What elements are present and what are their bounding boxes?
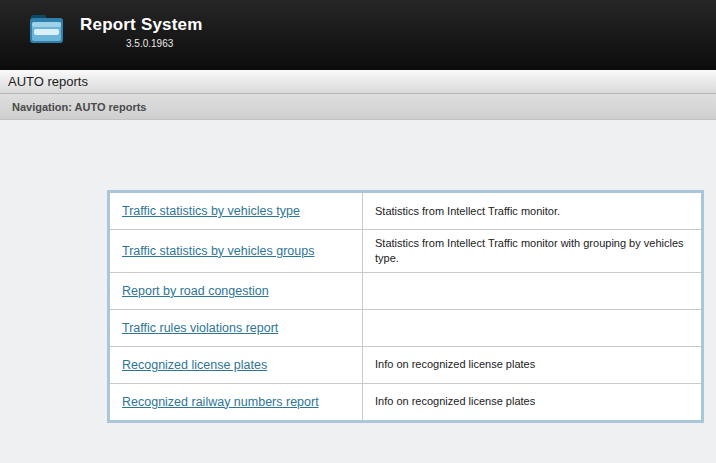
- section-bar: AUTO reports: [0, 70, 716, 94]
- report-description-cell: [363, 310, 701, 346]
- table-row: Traffic statistics by vehicles groups St…: [110, 230, 701, 273]
- report-link-cell: Report by road congestion: [110, 273, 363, 309]
- table-row: Recognized railway numbers report Info o…: [110, 384, 701, 420]
- title-block: Report System 3.5.0.1963: [80, 9, 203, 49]
- table-row: Traffic statistics by vehicles type Stat…: [110, 193, 701, 230]
- breadcrumb-label: Navigation: AUTO reports: [12, 101, 146, 113]
- content-area: Traffic statistics by vehicles type Stat…: [0, 120, 716, 423]
- report-description-cell: Statistics from Intellect Traffic monito…: [363, 230, 701, 272]
- report-link[interactable]: Recognized license plates: [122, 358, 267, 372]
- report-description-cell: Info on recognized license plates: [363, 347, 701, 383]
- app-header: Report System 3.5.0.1963: [0, 0, 716, 70]
- report-description: Statistics from Intellect Traffic monito…: [375, 204, 560, 219]
- app-title: Report System: [80, 15, 203, 35]
- app-version: 3.5.0.1963: [126, 38, 203, 49]
- report-description-cell: Statistics from Intellect Traffic monito…: [363, 193, 701, 229]
- report-link[interactable]: Recognized railway numbers report: [122, 395, 319, 409]
- breadcrumb: Navigation: AUTO reports: [0, 94, 716, 120]
- report-link-cell: Traffic statistics by vehicles groups: [110, 230, 363, 272]
- report-description-cell: Info on recognized license plates: [363, 384, 701, 420]
- table-row: Report by road congestion: [110, 273, 701, 310]
- report-link-cell: Recognized railway numbers report: [110, 384, 363, 420]
- report-link-cell: Traffic rules violations report: [110, 310, 363, 346]
- table-row: Recognized license plates Info on recogn…: [110, 347, 701, 384]
- report-description-cell: [363, 273, 701, 309]
- report-description: Info on recognized license plates: [375, 394, 535, 409]
- report-link[interactable]: Traffic statistics by vehicles type: [122, 204, 300, 218]
- folder-icon: [26, 9, 66, 49]
- report-link-cell: Recognized license plates: [110, 347, 363, 383]
- report-link[interactable]: Report by road congestion: [122, 284, 269, 298]
- report-description: Info on recognized license plates: [375, 357, 535, 372]
- report-description: Statistics from Intellect Traffic monito…: [375, 236, 691, 266]
- report-link[interactable]: Traffic rules violations report: [122, 321, 278, 335]
- section-label: AUTO reports: [8, 74, 88, 89]
- reports-table: Traffic statistics by vehicles type Stat…: [107, 190, 704, 423]
- report-link[interactable]: Traffic statistics by vehicles groups: [122, 244, 314, 258]
- table-row: Traffic rules violations report: [110, 310, 701, 347]
- report-link-cell: Traffic statistics by vehicles type: [110, 193, 363, 229]
